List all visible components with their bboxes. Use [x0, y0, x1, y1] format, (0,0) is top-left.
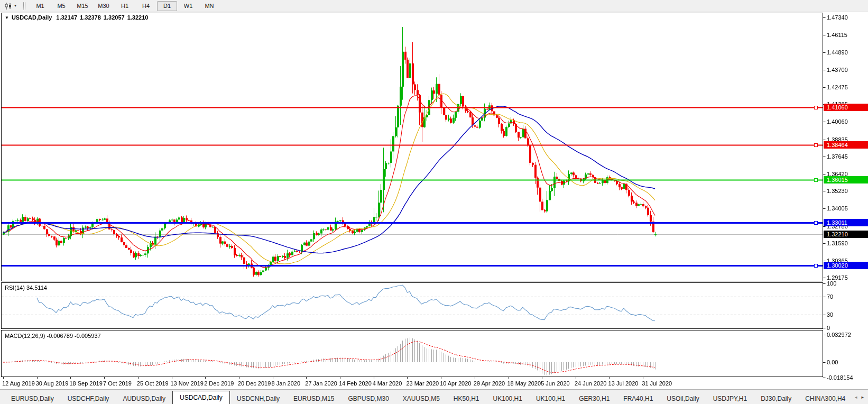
rsi-tick-label: 100 — [827, 280, 836, 287]
rsi-tick-label: 0 — [827, 325, 830, 331]
timeframe-button-M1[interactable]: M1 — [30, 1, 50, 11]
hline-price-label-1.36015[interactable]: 1.36015 — [824, 176, 868, 183]
tab-scroll-right-icon[interactable]: ▸ — [861, 394, 864, 400]
tab-USDCHF-Daily[interactable]: USDCHF,Daily — [61, 393, 116, 404]
date-label: 14 Feb 2020 — [339, 380, 372, 387]
timeframe-button-MN[interactable]: MN — [199, 1, 219, 11]
macd-tick-label: 0.032972 — [827, 332, 851, 338]
timeframe-button-M5[interactable]: M5 — [51, 1, 71, 11]
toolbar-grip[interactable] — [23, 2, 25, 10]
hline-price-label-1.41060[interactable]: 1.41060 — [824, 104, 868, 111]
collapse-arrow-icon[interactable]: ▼ — [5, 15, 9, 20]
timeframe-group: M1M5M15M30H1H4D1W1MN — [30, 0, 220, 12]
timeframe-button-H4[interactable]: H4 — [136, 1, 156, 11]
date-label: 20 Dec 2019 — [238, 380, 271, 387]
tab-USDJPY-H1[interactable]: USDJPY,H1 — [706, 393, 754, 404]
dropdown-arrow-icon: ▾ — [14, 4, 16, 8]
tab-USDCNH-Daily[interactable]: USDCNH,Daily — [230, 393, 287, 404]
date-label: 8 Jan 2020 — [272, 380, 300, 387]
date-label: 25 Oct 2019 — [137, 380, 169, 387]
toolbar: ▾ M1M5M15M30H1H4D1W1MN — [0, 0, 868, 12]
macd-tick-label: 0.00 — [827, 359, 838, 365]
date-label: 2 Dec 2019 — [204, 380, 234, 387]
date-label: 18 Sep 2019 — [69, 380, 102, 387]
chart-tab-bar: EURUSD,DailyUSDCHF,DailyAUDUSD,DailyUSDC… — [0, 389, 868, 404]
ohlc-open: 1.32147 — [56, 14, 77, 21]
ohlc-low: 1.32057 — [104, 14, 125, 21]
rsi-label: RSI(14) 34.5114 — [5, 284, 47, 291]
tab-FRA40-H1[interactable]: FRA40,H1 — [616, 393, 660, 404]
price-tick-label: 1.42475 — [827, 84, 848, 90]
date-label: 4 Mar 2020 — [373, 380, 402, 387]
tab-GBPUSD-M30[interactable]: GBPUSD,M30 — [341, 393, 395, 404]
timeframe-button-W1[interactable]: W1 — [178, 1, 198, 11]
price-tick-label: 1.40060 — [827, 118, 848, 125]
date-label: 18 May 2020 — [507, 380, 541, 387]
date-label: 13 Jul 2020 — [608, 380, 639, 387]
ohlc-high: 1.32378 — [80, 14, 101, 21]
timeframe-button-M30[interactable]: M30 — [94, 1, 114, 11]
date-label: 30 Aug 2019 — [36, 380, 69, 387]
current-price-label: 1.32210 — [824, 231, 868, 238]
hline-price-label-1.38464[interactable]: 1.38464 — [824, 141, 868, 149]
tab-EURUSD-Daily[interactable]: EURUSD,Daily — [4, 393, 61, 404]
date-label: 7 Oct 2019 — [103, 380, 132, 387]
tab-DJ30-Daily[interactable]: DJ30,Daily — [754, 393, 798, 404]
timeframe-button-H1[interactable]: H1 — [115, 1, 135, 11]
price-tick-label: 1.35230 — [827, 188, 848, 194]
candlestick-chart-icon — [5, 3, 13, 10]
tab-USDCAD-Daily[interactable]: USDCAD,Daily — [172, 391, 230, 404]
price-tick-label: 1.31590 — [827, 240, 848, 246]
tab-CHINA300-H4[interactable]: CHINA300,H4 — [798, 393, 852, 404]
price-tick-label: 1.44890 — [827, 49, 848, 56]
rsi-tick-label: 30 — [827, 311, 833, 318]
ohlc-close: 1.32210 — [127, 14, 149, 21]
tab-XAUUSD-M5[interactable]: XAUUSD,M5 — [396, 393, 447, 404]
macd-label: MACD(12,26,9) -0.006789 -0.005937 — [5, 333, 101, 339]
date-label: 13 Nov 2019 — [171, 380, 204, 387]
hline-price-label-1.33011[interactable]: 1.33011 — [824, 219, 868, 226]
chart-canvas[interactable] — [0, 12, 868, 389]
date-label: 10 Apr 2020 — [440, 380, 471, 387]
tab-UK100-H1[interactable]: UK100,H1 — [486, 393, 529, 404]
date-label: 5 Jun 2020 — [541, 380, 569, 387]
price-tick-label: 1.47340 — [827, 14, 848, 21]
chart-tabs: EURUSD,DailyUSDCHF,DailyAUDUSD,DailyUSDC… — [0, 390, 868, 404]
tab-GER30-H1[interactable]: GER30,H1 — [572, 393, 616, 404]
tab-scroll-buttons: ◂ ▸ — [852, 390, 868, 404]
date-label: 29 Apr 2020 — [474, 380, 505, 387]
price-tick-label: 1.46115 — [827, 32, 847, 38]
tab-EURUSD-M15[interactable]: EURUSD,M15 — [287, 393, 341, 404]
chart-type-button[interactable]: ▾ — [3, 2, 19, 10]
timeframe-button-D1[interactable]: D1 — [157, 1, 177, 11]
rsi-tick-label: 70 — [827, 293, 833, 300]
timeframe-button-M15[interactable]: M15 — [72, 1, 93, 11]
date-label: 12 Aug 2019 — [2, 380, 35, 387]
date-label: 31 Jul 2020 — [642, 380, 672, 387]
price-tick-label: 1.34005 — [827, 205, 848, 212]
date-label: 24 Jun 2020 — [575, 380, 607, 387]
date-label: 27 Jan 2020 — [305, 380, 337, 387]
chart-window: ▼USDCAD,Daily1.321471.323781.320571.3221… — [0, 12, 868, 389]
tab-UK100-H1[interactable]: UK100,H1 — [529, 393, 572, 404]
date-label: 23 Mar 2020 — [406, 380, 439, 387]
price-tick-label: 1.43700 — [827, 67, 848, 73]
tab-AUDUSD-Daily[interactable]: AUDUSD,Daily — [116, 393, 172, 404]
chart-title: ▼USDCAD,Daily1.321471.323781.320571.3221… — [5, 14, 148, 21]
tab-scroll-left-icon[interactable]: ◂ — [855, 394, 857, 400]
macd-tick-label: -0.018154 — [827, 374, 853, 381]
chart-symbol-period: USDCAD,Daily — [12, 14, 52, 21]
price-tick-label: 1.37645 — [827, 153, 848, 160]
tab-HK50-H1[interactable]: HK50,H1 — [447, 393, 486, 404]
tab-USOil-Daily[interactable]: USOil,Daily — [660, 393, 706, 404]
hline-price-label-1.30020[interactable]: 1.30020 — [824, 262, 868, 269]
